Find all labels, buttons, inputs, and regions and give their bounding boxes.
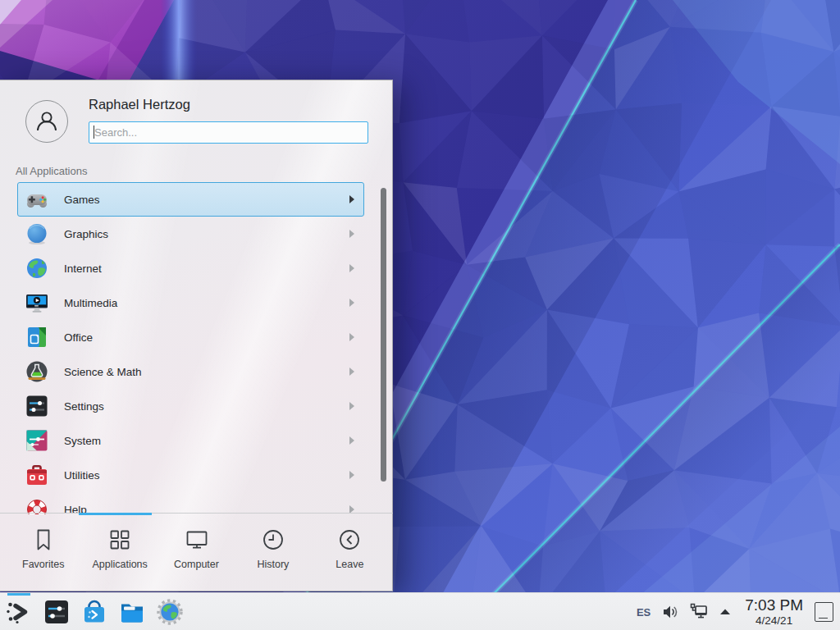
show-desktop-button[interactable] [815, 602, 833, 622]
category-label: System [64, 435, 101, 447]
category-row-system[interactable]: System [17, 423, 364, 458]
category-label: Games [64, 194, 100, 206]
list-scrollbar[interactable] [381, 188, 386, 482]
launcher-tabbar: Favorites Applications Computer [0, 513, 393, 591]
submenu-arrow-icon [349, 333, 354, 341]
category-label: Science & Math [64, 366, 142, 378]
tab-history[interactable]: History [235, 514, 311, 591]
system-settings-launcher[interactable] [38, 593, 75, 630]
search-input[interactable] [89, 121, 368, 144]
wired-network-icon[interactable] [689, 602, 709, 622]
submenu-arrow-icon [349, 264, 354, 272]
keyboard-layout-indicator[interactable]: ES [637, 606, 651, 619]
volume-icon[interactable] [661, 603, 679, 621]
leave-icon [337, 527, 362, 552]
category-label: Utilities [64, 469, 100, 482]
user-avatar[interactable] [25, 100, 68, 143]
category-label: Multimedia [64, 297, 117, 309]
category-row-internet[interactable]: Internet [17, 251, 364, 285]
kickoff-launcher-button[interactable] [0, 593, 38, 630]
category-label: Office [64, 331, 93, 344]
globe-gear-icon [156, 598, 184, 626]
taskbar: ES [0, 592, 840, 630]
flask-icon [25, 360, 48, 383]
monitor-icon [185, 527, 209, 552]
active-task-indicator [7, 593, 30, 596]
system-tray: ES [637, 593, 840, 630]
submenu-arrow-icon [349, 299, 354, 307]
lifebuoy-icon [25, 498, 48, 514]
tab-favorites[interactable]: Favorites [5, 514, 81, 591]
user-icon [33, 107, 61, 135]
office-icon [25, 326, 48, 349]
submenu-arrow-icon [349, 436, 354, 445]
application-launcher-menu: Raphael Hertzog All Applications Games [0, 80, 393, 591]
category-label: Internet [64, 262, 102, 275]
category-row-utilities[interactable]: Utilities [17, 458, 364, 492]
sphere-icon [25, 222, 48, 245]
desktop-line [819, 618, 828, 619]
discover-bag-icon [80, 598, 108, 626]
search-field-wrap [89, 121, 368, 144]
globe-icon [25, 257, 48, 280]
tab-applications[interactable]: Applications [81, 514, 158, 591]
multimedia-icon [25, 291, 48, 314]
category-row-games[interactable]: Games [17, 182, 364, 217]
submenu-arrow-icon [349, 230, 354, 238]
active-tab-indicator [79, 513, 152, 515]
settings-app-icon [43, 598, 71, 626]
tab-leave[interactable]: Leave [312, 514, 388, 591]
gamepad-icon [25, 188, 48, 211]
category-row-science[interactable]: Science & Math [17, 354, 364, 389]
digital-clock[interactable]: 7:03 PM 4/24/21 [745, 597, 803, 627]
tab-label: Applications [92, 559, 147, 570]
category-row-help[interactable]: Help [17, 492, 364, 514]
clock-date: 4/24/21 [756, 615, 792, 627]
web-browser-launcher[interactable] [151, 593, 189, 630]
section-label: All Applications [16, 165, 87, 177]
tab-label: Favorites [22, 559, 64, 570]
system-icon [25, 429, 48, 452]
sliders-icon [25, 395, 48, 418]
tab-label: Leave [336, 559, 363, 570]
folder-icon [118, 598, 146, 626]
submenu-arrow-icon [349, 195, 354, 203]
discover-launcher[interactable] [75, 593, 113, 630]
text-caret [94, 126, 94, 139]
category-row-settings[interactable]: Settings [17, 389, 364, 423]
expand-tray-icon[interactable] [719, 605, 732, 619]
clock-time: 7:03 PM [745, 597, 803, 613]
tab-label: Computer [174, 559, 219, 570]
toolbox-icon [25, 463, 48, 486]
category-label: Settings [64, 400, 104, 413]
kickoff-icon [5, 598, 33, 626]
tab-label: History [257, 559, 289, 570]
clock-icon [261, 527, 285, 552]
category-list: Games Graphics [0, 182, 393, 514]
user-name: Raphael Hertzog [89, 97, 190, 112]
submenu-arrow-icon [349, 471, 354, 479]
category-label: Graphics [64, 228, 108, 240]
submenu-arrow-icon [349, 368, 354, 376]
category-row-multimedia[interactable]: Multimedia [17, 285, 364, 320]
category-row-graphics[interactable]: Graphics [17, 217, 364, 251]
file-manager-launcher[interactable] [113, 593, 151, 630]
grid-icon [107, 527, 132, 552]
tab-computer[interactable]: Computer [158, 514, 235, 591]
desktop-screen: Raphael Hertzog All Applications Games [0, 0, 840, 630]
category-row-office[interactable]: Office [17, 320, 364, 354]
submenu-arrow-icon [349, 402, 354, 410]
bookmark-icon [31, 527, 56, 552]
